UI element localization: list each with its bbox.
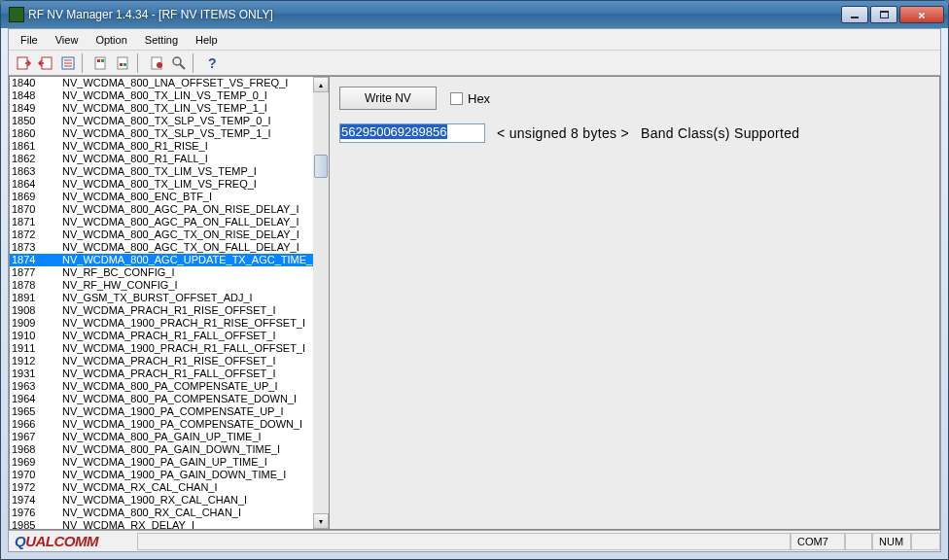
nv-name: NV_WCDMA_800_PA_COMPENSATE_DOWN_I	[62, 393, 313, 405]
toolbar: ?	[9, 51, 940, 76]
nv-row[interactable]: 1891NV_GSM_TX_BURST_OFFSET_ADJ_I	[10, 292, 313, 304]
nv-row[interactable]: 1862NV_WCDMA_800_R1_FALL_I	[10, 153, 313, 165]
nv-row[interactable]: 1965NV_WCDMA_1900_PA_COMPENSATE_UP_I	[10, 405, 313, 418]
nv-row[interactable]: 1848NV_WCDMA_800_TX_LIN_VS_TEMP_0_I	[10, 89, 313, 102]
nv-row[interactable]: 1963NV_WCDMA_800_PA_COMPENSATE_UP_I	[10, 380, 313, 393]
nv-name: NV_WCDMA_PRACH_R1_FALL_OFFSET_I	[62, 330, 313, 342]
hex-checkbox[interactable]	[450, 92, 463, 105]
nv-row[interactable]: 1976NV_WCDMA_800_RX_CAL_CHAN_I	[10, 507, 313, 519]
nv-row[interactable]: 1964NV_WCDMA_800_PA_COMPENSATE_DOWN_I	[10, 393, 313, 405]
status-end	[911, 533, 940, 550]
svg-rect-7	[97, 59, 100, 62]
nv-row[interactable]: 1860NV_WCDMA_800_TX_SLP_VS_TEMP_1_I	[10, 127, 313, 140]
menu-help[interactable]: Help	[187, 31, 227, 49]
nv-id: 1912	[10, 355, 62, 368]
nv-name: NV_WCDMA_800_RX_CAL_CHAN_I	[62, 507, 313, 519]
nv-name: NV_WCDMA_800_LNA_OFFSET_VS_FREQ_I	[62, 77, 313, 89]
value-description: Band Class(s) Supported	[641, 125, 799, 141]
nv-row[interactable]: 1850NV_WCDMA_800_TX_SLP_VS_TEMP_0_I	[10, 115, 313, 127]
nv-row[interactable]: 1872NV_WCDMA_800_AGC_TX_ON_RISE_DELAY_I	[10, 228, 313, 241]
detail-pane: Write NV Hex 562950069289856 < unsigned …	[330, 76, 940, 530]
menu-file[interactable]: File	[12, 31, 47, 49]
menu-option[interactable]: Option	[87, 31, 135, 49]
nv-id: 1969	[10, 456, 62, 469]
nv-id: 1963	[10, 380, 62, 393]
toolbar-write-icon[interactable]	[35, 52, 56, 74]
nv-id: 1964	[10, 393, 62, 405]
nv-row[interactable]: 1864NV_WCDMA_800_TX_LIM_VS_FREQ_I	[10, 178, 313, 191]
titlebar: RF NV Manager 1.4.34 - [RF NV ITEMS ONLY…	[1, 1, 948, 28]
nv-row[interactable]: 1966NV_WCDMA_1900_PA_COMPENSATE_DOWN_I	[10, 418, 313, 431]
toolbar-config2-icon[interactable]	[113, 52, 134, 74]
toolbar-search-icon[interactable]	[168, 52, 190, 74]
nv-row[interactable]: 1873NV_WCDMA_800_AGC_TX_ON_FALL_DELAY_I	[10, 241, 313, 254]
svg-point-13	[157, 62, 162, 68]
nv-row[interactable]: 1849NV_WCDMA_800_TX_LIN_VS_TEMP_1_I	[10, 102, 313, 115]
status-num: NUM	[872, 533, 911, 550]
toolbar-read-icon[interactable]	[13, 52, 34, 74]
value-input[interactable]: 562950069289856	[339, 123, 485, 143]
nv-name: NV_WCDMA_800_R1_FALL_I	[62, 153, 313, 165]
nv-row[interactable]: 1908NV_WCDMA_PRACH_R1_RISE_OFFSET_I	[10, 304, 313, 317]
toolbar-list-icon[interactable]	[57, 52, 79, 74]
nv-name: NV_WCDMA_800_TX_SLP_VS_TEMP_1_I	[62, 127, 313, 140]
nv-row[interactable]: 1969NV_WCDMA_1900_PA_GAIN_UP_TIME_I	[10, 456, 313, 469]
nv-row[interactable]: 1870NV_WCDMA_800_AGC_PA_ON_RISE_DELAY_I	[10, 203, 313, 216]
toolbar-doc-icon[interactable]	[146, 52, 167, 74]
nv-name: NV_WCDMA_800_TX_LIN_VS_TEMP_1_I	[62, 102, 313, 115]
scrollbar-vertical[interactable]: ▴ ▾	[313, 77, 329, 529]
nv-id: 1840	[10, 77, 62, 89]
nv-row[interactable]: 1863NV_WCDMA_800_TX_LIM_VS_TEMP_I	[10, 165, 313, 178]
nv-row[interactable]: 1861NV_WCDMA_800_R1_RISE_I	[10, 140, 313, 153]
hex-checkbox-label[interactable]: Hex	[450, 91, 490, 106]
nv-row[interactable]: 1912NV_WCDMA_PRACH_R1_RISE_OFFSET_I	[10, 355, 313, 368]
nv-row[interactable]: 1985NV_WCDMA_RX_DELAY_I	[10, 519, 313, 529]
nv-row[interactable]: 1877NV_RF_BC_CONFIG_I	[10, 266, 313, 279]
svg-rect-10	[120, 63, 123, 66]
nv-id: 1861	[10, 140, 62, 153]
nv-row[interactable]: 1869NV_WCDMA_800_ENC_BTF_I	[10, 191, 313, 203]
nv-id: 1908	[10, 304, 62, 317]
nv-row[interactable]: 1910NV_WCDMA_PRACH_R1_FALL_OFFSET_I	[10, 330, 313, 342]
nv-id: 1972	[10, 481, 62, 494]
menu-view[interactable]: View	[47, 31, 88, 49]
nv-row[interactable]: 1909NV_WCDMA_1900_PRACH_R1_RISE_OFFSET_I	[10, 317, 313, 330]
toolbar-config1-icon[interactable]	[90, 52, 112, 74]
nv-name: NV_WCDMA_800_AGC_PA_ON_RISE_DELAY_I	[62, 203, 313, 216]
nv-name: NV_WCDMA_800_AGC_TX_ON_FALL_DELAY_I	[62, 241, 313, 254]
nv-row[interactable]: 1878NV_RF_HW_CONFIG_I	[10, 279, 313, 292]
hex-text: Hex	[468, 91, 490, 106]
nv-row[interactable]: 1972NV_WCDMA_RX_CAL_CHAN_I	[10, 481, 313, 494]
nv-row[interactable]: 1871NV_WCDMA_800_AGC_PA_ON_FALL_DELAY_I	[10, 216, 313, 228]
nv-name: NV_WCDMA_1900_RX_CAL_CHAN_I	[62, 494, 313, 507]
nv-row[interactable]: 1970NV_WCDMA_1900_PA_GAIN_DOWN_TIME_I	[10, 469, 313, 481]
write-nv-button[interactable]: Write NV	[339, 87, 437, 110]
close-button[interactable]: ×	[899, 6, 944, 23]
nv-name: NV_WCDMA_800_TX_LIM_VS_TEMP_I	[62, 165, 313, 178]
nv-name: NV_WCDMA_PRACH_R1_FALL_OFFSET_I	[62, 368, 313, 380]
scroll-up-arrow[interactable]: ▴	[313, 77, 329, 92]
nv-row[interactable]: 1911NV_WCDMA_1900_PRACH_R1_FALL_OFFSET_I	[10, 342, 313, 355]
nv-row[interactable]: 1974NV_WCDMA_1900_RX_CAL_CHAN_I	[10, 494, 313, 507]
nv-row[interactable]: 1874NV_WCDMA_800_AGC_UPDATE_TX_AGC_TIME_…	[10, 254, 313, 266]
nv-name: NV_WCDMA_800_TX_LIN_VS_TEMP_0_I	[62, 89, 313, 102]
menubar: File View Option Setting Help	[9, 29, 940, 51]
nv-id: 1849	[10, 102, 62, 115]
nv-row[interactable]: 1967NV_WCDMA_800_PA_GAIN_UP_TIME_I	[10, 431, 313, 443]
scroll-down-arrow[interactable]: ▾	[313, 513, 329, 529]
nv-row[interactable]: 1840NV_WCDMA_800_LNA_OFFSET_VS_FREQ_I	[10, 77, 313, 89]
statusbar: QUALCOMM COM7 NUM	[9, 530, 940, 551]
menu-setting[interactable]: Setting	[136, 31, 187, 49]
toolbar-help-icon[interactable]: ?	[201, 52, 223, 74]
scroll-thumb[interactable]	[314, 155, 328, 178]
nv-id: 1966	[10, 418, 62, 431]
nv-name: NV_WCDMA_RX_CAL_CHAN_I	[62, 481, 313, 494]
nv-list[interactable]: 1840NV_WCDMA_800_LNA_OFFSET_VS_FREQ_I184…	[10, 77, 313, 529]
nv-row[interactable]: 1968NV_WCDMA_800_PA_GAIN_DOWN_TIME_I	[10, 443, 313, 456]
nv-name: NV_RF_HW_CONFIG_I	[62, 279, 313, 292]
nv-row[interactable]: 1931NV_WCDMA_PRACH_R1_FALL_OFFSET_I	[10, 368, 313, 380]
maximize-button[interactable]	[870, 6, 897, 23]
nv-name: NV_WCDMA_800_AGC_TX_ON_RISE_DELAY_I	[62, 228, 313, 241]
minimize-button[interactable]	[841, 6, 868, 23]
qualcomm-logo: QUALCOMM	[9, 533, 137, 549]
